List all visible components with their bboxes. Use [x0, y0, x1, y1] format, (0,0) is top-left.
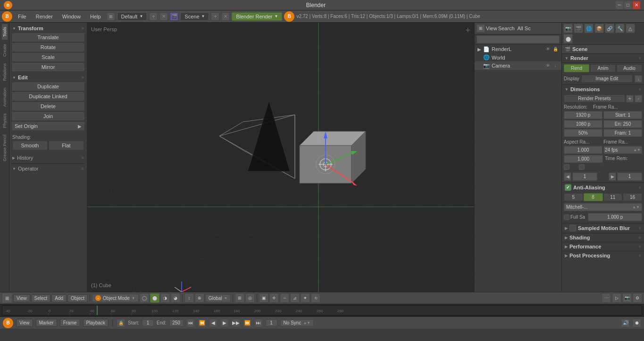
outliner-view-label[interactable]: View	[486, 26, 497, 31]
render-tab-rend[interactable]: Rend	[564, 64, 589, 72]
play-next-btn[interactable]: ⏩	[243, 319, 251, 327]
start-field[interactable]: Start: 1	[603, 111, 642, 119]
game-icon[interactable]: ▷	[612, 293, 621, 303]
shading-section[interactable]: ▶ Shading ≡	[562, 233, 644, 242]
height-field[interactable]: 1080 p	[564, 120, 602, 128]
play-prev-frame-btn[interactable]: ◀	[209, 319, 217, 327]
frame-step-val2[interactable]: 1	[617, 172, 642, 181]
play-next-frame-btn[interactable]: ▶▶	[232, 319, 240, 327]
toolbar-object-btn[interactable]: Object	[67, 294, 88, 302]
scene-selector[interactable]: Scene▼	[180, 12, 209, 21]
shading-wireframe-icon[interactable]: ◯	[140, 293, 149, 303]
frame-step-btn-left[interactable]: ◀	[564, 172, 571, 181]
status-view-btn[interactable]: View	[16, 319, 33, 327]
delete-button[interactable]: Delete	[11, 102, 85, 111]
outliner-item-renderl[interactable]: ▶ 📄 RenderL 👁 🔒	[475, 45, 561, 53]
end-val-field[interactable]: 250	[169, 319, 184, 326]
menu-render[interactable]: Render	[32, 13, 57, 20]
prop-icon-render[interactable]: 📷	[563, 24, 573, 33]
minimize-button[interactable]: ─	[616, 1, 623, 9]
outliner-view-icon[interactable]: ⊞	[477, 24, 485, 33]
presets-add-icon[interactable]: +	[626, 95, 634, 102]
aspect-y-field[interactable]: 1.000	[564, 155, 603, 163]
tool6-icon[interactable]: ⎋	[311, 293, 320, 303]
add-workspace-icon[interactable]: +	[149, 12, 158, 21]
play-first-btn[interactable]: ⏮	[186, 319, 195, 327]
toolbar-select-btn[interactable]: Select	[31, 294, 51, 302]
frame-lock-icon[interactable]: 🔒	[117, 319, 125, 327]
pivot-icon[interactable]: ⊕	[195, 293, 204, 303]
outliner-all-label[interactable]: All Sc	[518, 26, 531, 31]
percent-field[interactable]: 50%	[564, 129, 602, 137]
outliner-search-label[interactable]: Search	[498, 26, 515, 31]
full-sample-check[interactable]	[564, 214, 569, 220]
global-selector[interactable]: Global ▼	[205, 294, 231, 302]
render-section-header[interactable]: ▼ Render ≡	[562, 54, 644, 63]
vtab-physics[interactable]: Physics	[2, 111, 8, 131]
vtab-animation[interactable]: Animation	[2, 85, 8, 110]
tool3-icon[interactable]: ↔	[280, 293, 289, 303]
translate-button[interactable]: Translate	[11, 33, 85, 42]
viewport-add-btn[interactable]: +	[465, 26, 470, 35]
end-field[interactable]: En: 250	[603, 120, 642, 128]
mirror-button[interactable]: Mirror	[11, 62, 85, 72]
render-tab-audio[interactable]: Audio	[617, 64, 642, 72]
transform-section-header[interactable]: ▼ Transform ≡	[11, 25, 85, 32]
aspect-x-field[interactable]: 1.000	[564, 146, 602, 154]
tool5-icon[interactable]: ✦	[301, 293, 310, 303]
prop-icon-world[interactable]: 🌐	[584, 24, 594, 33]
outliner-item-world[interactable]: 🌐 World	[475, 53, 561, 61]
duplicate-button[interactable]: Duplicate	[11, 82, 85, 91]
status-frame-btn[interactable]: Frame	[60, 319, 80, 327]
close-button[interactable]: ✕	[633, 1, 640, 9]
aa-btn-11[interactable]: 11	[603, 193, 623, 201]
blender-icon-sm[interactable]: B	[2, 11, 12, 22]
frame-step-btn-right[interactable]: ▶	[609, 172, 616, 181]
flat-button[interactable]: Flat	[49, 141, 84, 150]
aa-btn-5[interactable]: 5	[564, 193, 583, 201]
width-field[interactable]: 1920 p	[564, 111, 602, 119]
aa-checkbox[interactable]: ✓	[565, 184, 571, 191]
aa-section-header[interactable]: ✓ Anti-Aliasing ≡	[562, 182, 644, 192]
sync-selector[interactable]: No Sync ▲▼	[280, 319, 314, 326]
snap-icon[interactable]: ⊞	[235, 293, 244, 303]
maximize-button[interactable]: □	[624, 1, 632, 9]
object-mode-selector[interactable]: • Object Mode ▼	[92, 294, 139, 302]
shading-solid-icon[interactable]: ⬤	[150, 293, 159, 303]
vtab-tools[interactable]: Tools	[1, 24, 8, 40]
audio-icon[interactable]: 🔊	[621, 319, 630, 327]
aa-btn-8[interactable]: 8	[584, 193, 603, 201]
viewport[interactable]: User Persp +	[87, 23, 474, 292]
smooth-button[interactable]: Smooth	[12, 141, 48, 150]
transform-orient-icon[interactable]: ↕	[184, 293, 194, 303]
join-button[interactable]: Join	[11, 111, 85, 121]
tool4-icon[interactable]: ⊿	[290, 293, 300, 303]
render-presets-btn[interactable]: Render Presets	[564, 94, 625, 102]
menu-file[interactable]: File	[14, 13, 30, 20]
operator-section[interactable]: ▼ Operator ≡	[11, 163, 85, 173]
play-btn[interactable]: ▶	[220, 319, 229, 327]
viewport-icon-btn[interactable]: ⊞	[2, 293, 12, 303]
prop-icon-object[interactable]: 📦	[594, 24, 604, 33]
workspace-selector[interactable]: Default▼	[117, 12, 148, 21]
edit-section-header[interactable]: ▼ Edit ≡	[11, 74, 85, 81]
tool1-icon[interactable]: ▣	[259, 293, 268, 303]
toolbar-view-btn[interactable]: View	[13, 294, 30, 302]
shading-texture-icon[interactable]: ◑	[160, 293, 170, 303]
play-last-btn[interactable]: ⏭	[254, 319, 263, 327]
render-engine-selector[interactable]: Blender Render▼	[232, 12, 282, 21]
outliner-search-input[interactable]	[477, 35, 560, 43]
vis-icon[interactable]: 👁	[544, 46, 551, 52]
time-check-2[interactable]	[579, 164, 585, 170]
tool2-icon[interactable]: ✛	[269, 293, 279, 303]
status-icon[interactable]: B	[3, 318, 13, 328]
prop-icon-modifier[interactable]: 🔧	[615, 24, 625, 33]
add-scene-btn[interactable]: +	[211, 12, 219, 21]
vtab-relations[interactable]: Relations	[2, 60, 8, 84]
image-edit-icon[interactable]: ↓	[635, 75, 642, 83]
menu-window[interactable]: Window	[59, 13, 84, 20]
menu-help[interactable]: Help	[86, 13, 105, 20]
mitchell-field[interactable]: Mitchell-... ▲▼	[564, 203, 642, 211]
presets-remove-icon[interactable]: -	[635, 95, 642, 102]
sampled-motion-section[interactable]: ▶ Sampled Motion Blur ≡	[562, 223, 644, 233]
